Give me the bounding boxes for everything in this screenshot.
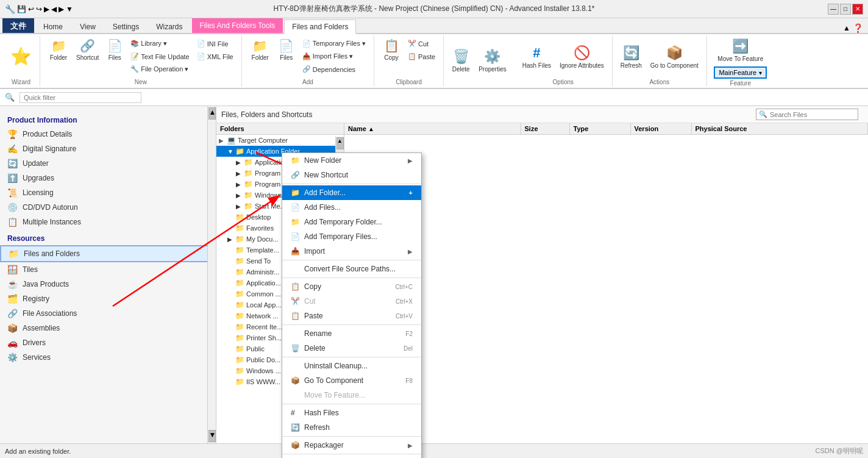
ignore-attributes-button[interactable]: 🚫 Ignore Attributes [557,43,607,71]
sidebar-item-assemblies[interactable]: 📦 Assemblies [0,321,216,335]
sidebar-scrollbar[interactable]: ▲ ▼ [207,106,216,443]
new-files-button[interactable]: 📄 Files [103,37,126,63]
ctx-rename[interactable]: Rename F2 [282,326,421,341]
app-icon: 🔧 [5,4,15,14]
col-type[interactable]: Type [570,123,631,134]
xml-file-button[interactable]: 📄 XML File [194,51,237,62]
tab-files-and-folders[interactable]: Files and Folders [284,20,356,34]
dependencies-button[interactable]: 🔗 Dependencies [299,63,369,75]
sidebar-item-updater[interactable]: 🔄 Updater [0,156,216,171]
sidebar-item-licensing[interactable]: 📜 Licensing [0,185,216,200]
title-bar: 🔧 💾 ↩ ↪ ▶ ◀ ▶ ▼ HTY-8D弹射座椅仿真教学系统 - New P… [0,0,868,18]
sidebar-item-services[interactable]: ⚙️ Services [0,350,216,365]
file-panel: Name ▲ Size Type Version Physical Source [344,123,868,443]
help-icon[interactable]: ❓ [853,23,863,33]
sidebar-item-registry[interactable]: 🗂️ Registry [0,292,216,306]
minimize-button[interactable]: — [828,4,839,15]
import-files-button[interactable]: 📥 Import Files ▾ [299,51,369,62]
file-operation-button[interactable]: 🔧 File Operation ▾ [127,63,192,75]
ctx-add-temp-files[interactable]: 📄 Add Temporary Files... [282,229,421,244]
maximize-button[interactable]: □ [840,4,851,15]
library-button[interactable]: 📚 Library ▾ [127,38,192,49]
new-shortcut-button[interactable]: 🔗 Shortcut [73,37,102,63]
hash-files-button[interactable]: # Hash Files [519,43,554,71]
search-bar[interactable]: 🔍 [756,109,858,120]
scroll-down[interactable]: ▼ [208,430,216,442]
save-icon[interactable]: 💾 [17,5,26,13]
sidebar-item-cdautorun[interactable]: 💿 CD/DVD Autorun [0,200,216,215]
properties-button[interactable]: ⚙️ Properties [475,47,510,74]
goto-component-button[interactable]: 📦 Go to Component [647,43,702,71]
tree-icon-p2: 📁 [244,180,253,188]
ctx-repackager[interactable]: 📦 Repackager ▶ [282,438,421,453]
tree-item-target-computer[interactable]: ▶ 💻 Target Computer [216,135,344,146]
sidebar-item-drivers[interactable]: 🚗 Drivers [0,335,216,350]
col-physical[interactable]: Physical Source [692,123,869,134]
sidebar-item-digital-signature[interactable]: ✍️ Digital Signature [0,141,216,156]
sidebar-item-file-assoc[interactable]: 🔗 File Associations [0,306,216,321]
refresh-button[interactable]: 🔄 Refresh [617,43,645,71]
ctx-convert-paths[interactable]: Convert File Source Paths... [282,262,421,276]
ctx-add-folder[interactable]: 📁 Add Folder... + [282,185,421,200]
col-version[interactable]: Version [631,123,692,134]
library-icon: 📚 [130,40,139,48]
col-size[interactable]: Size [521,123,570,134]
ctx-move-feature[interactable]: Move To Feature... [282,388,421,403]
tab-wizards[interactable]: Wizards [148,20,190,33]
add-files-button[interactable]: 📄 Files [275,37,298,63]
ctx-new-folder[interactable]: 📁 New Folder ▶ [282,153,421,168]
quick-filter-input[interactable] [24,94,137,101]
expand-ribbon-icon[interactable]: ▲ [843,24,850,32]
ctx-paste[interactable]: 📋 Paste Ctrl+V [282,309,421,323]
tab-file[interactable]: 文件 [2,18,34,33]
col-name[interactable]: Name ▲ [344,123,521,134]
add-folder-button[interactable]: 📁 Folder [247,37,274,63]
wizard-button[interactable]: ⭐ [7,45,35,70]
ctx-import[interactable]: 📥 Import ▶ [282,244,421,259]
sidebar-item-multiple-instances[interactable]: 📋 Multiple Instances [0,215,216,229]
folder-scroll-up[interactable]: ▲ [336,137,344,149]
redo-icon[interactable]: ↪ [36,5,42,13]
text-file-update-button[interactable]: 📝 Text File Update [127,51,192,62]
delete-button[interactable]: 🗑️ Delete [449,47,473,74]
ctx-copy[interactable]: 📋 Copy Ctrl+C [282,279,421,294]
cut-button[interactable]: ✂️ Cut [405,38,438,49]
tab-view[interactable]: View [72,20,104,33]
sidebar-item-upgrades[interactable]: ⬆️ Upgrades [0,171,216,185]
ctx-paste-label: Paste [304,312,323,320]
feature-dropdown[interactable]: MainFeature ▾ [714,66,767,79]
move-to-feature-button[interactable]: ➡️ Move To Feature [714,37,766,64]
ctx-add-temp-folder[interactable]: 📁 Add Temporary Folder... [282,215,421,229]
ctx-uninstall[interactable]: Uninstall Cleanup... [282,359,421,373]
build-icon[interactable]: ▶ [44,5,49,13]
ctx-add-files[interactable]: 📄 Add Files... [282,200,421,215]
ctx-hash-files[interactable]: # Hash Files [282,406,421,420]
tab-settings[interactable]: Settings [105,20,147,33]
ctx-new-shortcut[interactable]: 🔗 New Shortcut [282,168,421,182]
forward-icon[interactable]: ▶ [59,5,64,13]
new-folder-button[interactable]: 📁 Folder [45,37,72,63]
paste-button[interactable]: 📋 Paste [405,51,438,62]
tab-files-folders-tools[interactable]: Files And Folders Tools [192,18,283,33]
sidebar-item-tiles[interactable]: 🪟 Tiles [0,262,216,277]
sidebar-item-files-folders[interactable]: 📁 Files and Folders [0,245,216,262]
product-info-title: Product Information [0,113,216,127]
more-icon[interactable]: ▼ [66,5,73,13]
ctx-goto-component[interactable]: 📦 Go To Component F8 [282,373,421,388]
close-button[interactable]: ✕ [852,4,863,15]
tree-icon-p1: 📁 [244,169,253,177]
ini-file-button[interactable]: 📄 INI File [194,38,237,49]
temporary-files-button[interactable]: 📄 Temporary Files ▾ [299,38,369,49]
back-icon[interactable]: ◀ [51,5,57,13]
sidebar-item-java[interactable]: ☕ Java Products [0,277,216,292]
sidebar-item-product-details[interactable]: 🏆 Product Details [0,127,216,141]
scroll-up[interactable]: ▲ [208,107,216,120]
ctx-delete[interactable]: 🗑️ Delete Del [282,341,421,356]
tab-home[interactable]: Home [35,20,71,33]
search-input[interactable] [770,111,855,118]
ctx-properties[interactable]: ⚙️ Properties... [282,456,421,458]
undo-icon[interactable]: ↩ [28,5,34,13]
ctx-cut[interactable]: ✂️ Cut Ctrl+X [282,294,421,309]
copy-button[interactable]: 📋 Copy [379,37,404,63]
ctx-refresh[interactable]: 🔄 Refresh [282,420,421,435]
